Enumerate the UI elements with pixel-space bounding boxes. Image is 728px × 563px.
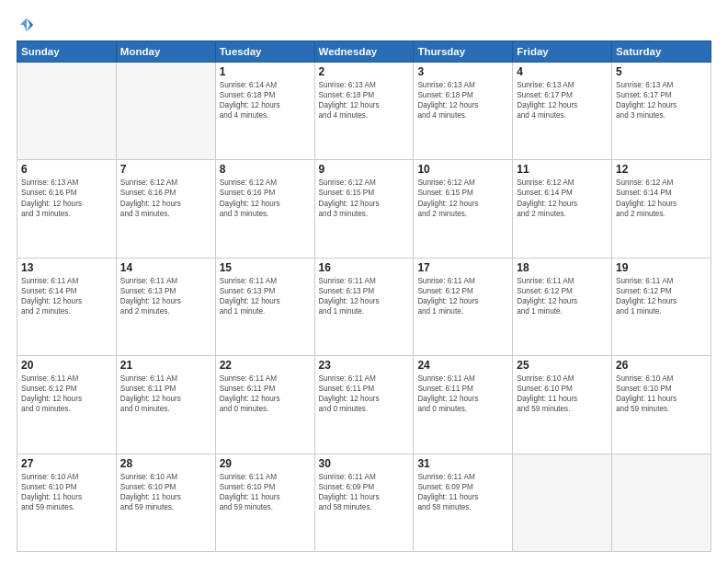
- day-info: Sunrise: 6:11 AM Sunset: 6:14 PM Dayligh…: [21, 276, 112, 316]
- day-info: Sunrise: 6:11 AM Sunset: 6:10 PM Dayligh…: [220, 472, 311, 512]
- day-info: Sunrise: 6:11 AM Sunset: 6:12 PM Dayligh…: [517, 276, 608, 316]
- day-info: Sunrise: 6:10 AM Sunset: 6:10 PM Dayligh…: [517, 373, 608, 414]
- day-number: 26: [616, 359, 707, 372]
- svg-marker-0: [27, 18, 33, 31]
- calendar-cell: 26Sunrise: 6:10 AM Sunset: 6:10 PM Dayli…: [612, 356, 711, 454]
- day-info: Sunrise: 6:12 AM Sunset: 6:14 PM Dayligh…: [517, 178, 608, 218]
- calendar-cell: 18Sunrise: 6:11 AM Sunset: 6:12 PM Dayli…: [513, 258, 612, 355]
- day-info: Sunrise: 6:13 AM Sunset: 6:18 PM Dayligh…: [417, 80, 508, 121]
- calendar-cell: 6Sunrise: 6:13 AM Sunset: 6:16 PM Daylig…: [17, 160, 117, 258]
- day-info: Sunrise: 6:13 AM Sunset: 6:17 PM Dayligh…: [616, 80, 707, 121]
- calendar-cell: 28Sunrise: 6:10 AM Sunset: 6:10 PM Dayli…: [116, 454, 215, 551]
- day-info: Sunrise: 6:12 AM Sunset: 6:15 PM Dayligh…: [319, 178, 410, 218]
- day-number: 10: [417, 163, 508, 176]
- calendar-cell: [116, 63, 215, 160]
- calendar-cell: 16Sunrise: 6:11 AM Sunset: 6:13 PM Dayli…: [314, 258, 414, 355]
- day-info: Sunrise: 6:12 AM Sunset: 6:15 PM Dayligh…: [417, 178, 508, 218]
- day-info: Sunrise: 6:11 AM Sunset: 6:09 PM Dayligh…: [417, 472, 508, 512]
- day-number: 25: [517, 359, 608, 372]
- calendar-cell: 13Sunrise: 6:11 AM Sunset: 6:14 PM Dayli…: [17, 258, 117, 355]
- weekday-header-tuesday: Tuesday: [215, 41, 314, 63]
- day-info: Sunrise: 6:11 AM Sunset: 6:11 PM Dayligh…: [220, 373, 311, 414]
- day-number: 19: [616, 261, 707, 274]
- day-number: 12: [616, 163, 707, 176]
- calendar-header-row: SundayMondayTuesdayWednesdayThursdayFrid…: [17, 41, 711, 63]
- weekday-header-friday: Friday: [513, 41, 612, 63]
- calendar-cell: 2Sunrise: 6:13 AM Sunset: 6:18 PM Daylig…: [314, 63, 414, 160]
- weekday-header-monday: Monday: [116, 41, 215, 63]
- day-number: 3: [417, 65, 508, 78]
- calendar-cell: [17, 63, 117, 160]
- calendar-cell: 9Sunrise: 6:12 AM Sunset: 6:15 PM Daylig…: [314, 160, 414, 258]
- day-info: Sunrise: 6:12 AM Sunset: 6:16 PM Dayligh…: [220, 178, 311, 218]
- calendar-cell: 25Sunrise: 6:10 AM Sunset: 6:10 PM Dayli…: [513, 356, 612, 454]
- day-info: Sunrise: 6:10 AM Sunset: 6:10 PM Dayligh…: [616, 373, 707, 414]
- day-number: 8: [220, 163, 311, 176]
- day-number: 31: [417, 457, 508, 470]
- day-number: 4: [517, 65, 608, 78]
- day-number: 21: [120, 359, 211, 372]
- calendar-cell: [513, 454, 612, 551]
- day-number: 30: [319, 457, 410, 470]
- day-number: 20: [21, 359, 112, 372]
- calendar-cell: 19Sunrise: 6:11 AM Sunset: 6:12 PM Dayli…: [612, 258, 711, 355]
- day-number: 13: [21, 261, 112, 274]
- calendar-cell: 20Sunrise: 6:11 AM Sunset: 6:12 PM Dayli…: [17, 356, 117, 454]
- calendar-cell: 12Sunrise: 6:12 AM Sunset: 6:14 PM Dayli…: [612, 160, 711, 258]
- weekday-header-sunday: Sunday: [17, 41, 117, 63]
- calendar-cell: 8Sunrise: 6:12 AM Sunset: 6:16 PM Daylig…: [215, 160, 314, 258]
- calendar-cell: 23Sunrise: 6:11 AM Sunset: 6:11 PM Dayli…: [314, 356, 414, 454]
- day-number: 23: [319, 359, 410, 372]
- day-info: Sunrise: 6:11 AM Sunset: 6:12 PM Dayligh…: [616, 276, 707, 316]
- day-info: Sunrise: 6:11 AM Sunset: 6:11 PM Dayligh…: [120, 373, 211, 414]
- logo-icon: [18, 17, 35, 33]
- day-number: 1: [220, 65, 311, 78]
- calendar-cell: 5Sunrise: 6:13 AM Sunset: 6:17 PM Daylig…: [612, 63, 711, 160]
- day-number: 17: [417, 261, 508, 274]
- day-info: Sunrise: 6:13 AM Sunset: 6:18 PM Dayligh…: [319, 80, 410, 121]
- day-info: Sunrise: 6:13 AM Sunset: 6:16 PM Dayligh…: [21, 178, 112, 218]
- day-info: Sunrise: 6:11 AM Sunset: 6:12 PM Dayligh…: [21, 373, 112, 414]
- calendar-cell: 31Sunrise: 6:11 AM Sunset: 6:09 PM Dayli…: [414, 454, 513, 551]
- day-number: 18: [517, 261, 608, 274]
- day-info: Sunrise: 6:11 AM Sunset: 6:13 PM Dayligh…: [220, 276, 311, 316]
- weekday-header-wednesday: Wednesday: [314, 41, 414, 63]
- calendar-cell: 4Sunrise: 6:13 AM Sunset: 6:17 PM Daylig…: [513, 63, 612, 160]
- calendar-cell: 21Sunrise: 6:11 AM Sunset: 6:11 PM Dayli…: [116, 356, 215, 454]
- calendar-table: SundayMondayTuesdayWednesdayThursdayFrid…: [17, 40, 711, 552]
- day-number: 24: [417, 359, 508, 372]
- weekday-header-saturday: Saturday: [612, 41, 711, 63]
- calendar-cell: 11Sunrise: 6:12 AM Sunset: 6:14 PM Dayli…: [513, 160, 612, 258]
- logo: [17, 17, 35, 33]
- day-number: 27: [21, 457, 112, 470]
- calendar-week-2: 13Sunrise: 6:11 AM Sunset: 6:14 PM Dayli…: [17, 258, 711, 355]
- page: SundayMondayTuesdayWednesdayThursdayFrid…: [0, 0, 728, 563]
- day-info: Sunrise: 6:11 AM Sunset: 6:09 PM Dayligh…: [319, 472, 410, 512]
- day-number: 28: [120, 457, 211, 470]
- calendar-cell: 22Sunrise: 6:11 AM Sunset: 6:11 PM Dayli…: [215, 356, 314, 454]
- day-info: Sunrise: 6:11 AM Sunset: 6:12 PM Dayligh…: [417, 276, 508, 316]
- calendar-cell: 27Sunrise: 6:10 AM Sunset: 6:10 PM Dayli…: [17, 454, 117, 551]
- day-number: 6: [21, 163, 112, 176]
- calendar-cell: [612, 454, 711, 551]
- day-info: Sunrise: 6:11 AM Sunset: 6:13 PM Dayligh…: [319, 276, 410, 316]
- calendar-week-4: 27Sunrise: 6:10 AM Sunset: 6:10 PM Dayli…: [17, 454, 711, 551]
- calendar-week-0: 1Sunrise: 6:14 AM Sunset: 6:18 PM Daylig…: [17, 63, 711, 160]
- calendar-cell: 30Sunrise: 6:11 AM Sunset: 6:09 PM Dayli…: [314, 454, 414, 551]
- day-info: Sunrise: 6:10 AM Sunset: 6:10 PM Dayligh…: [120, 472, 211, 512]
- calendar-cell: 17Sunrise: 6:11 AM Sunset: 6:12 PM Dayli…: [414, 258, 513, 355]
- day-number: 5: [616, 65, 707, 78]
- calendar-cell: 10Sunrise: 6:12 AM Sunset: 6:15 PM Dayli…: [414, 160, 513, 258]
- day-number: 14: [120, 261, 211, 274]
- day-number: 22: [220, 359, 311, 372]
- day-info: Sunrise: 6:11 AM Sunset: 6:13 PM Dayligh…: [120, 276, 211, 316]
- calendar-cell: 14Sunrise: 6:11 AM Sunset: 6:13 PM Dayli…: [116, 258, 215, 355]
- calendar-week-1: 6Sunrise: 6:13 AM Sunset: 6:16 PM Daylig…: [17, 160, 711, 258]
- calendar-cell: 29Sunrise: 6:11 AM Sunset: 6:10 PM Dayli…: [215, 454, 314, 551]
- day-info: Sunrise: 6:13 AM Sunset: 6:17 PM Dayligh…: [517, 80, 608, 121]
- calendar-cell: 7Sunrise: 6:12 AM Sunset: 6:16 PM Daylig…: [116, 160, 215, 258]
- calendar-cell: 1Sunrise: 6:14 AM Sunset: 6:18 PM Daylig…: [215, 63, 314, 160]
- day-info: Sunrise: 6:12 AM Sunset: 6:16 PM Dayligh…: [120, 178, 211, 218]
- day-info: Sunrise: 6:11 AM Sunset: 6:11 PM Dayligh…: [417, 373, 508, 414]
- calendar-cell: 3Sunrise: 6:13 AM Sunset: 6:18 PM Daylig…: [414, 63, 513, 160]
